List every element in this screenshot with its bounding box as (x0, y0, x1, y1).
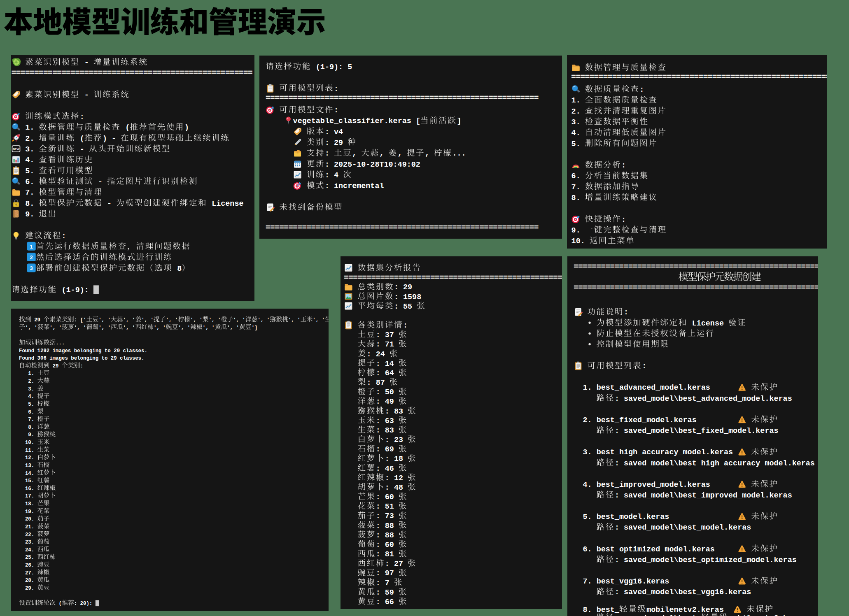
svg-text:', ': ', ' (209, 317, 221, 323)
svg-text:,: , (380, 149, 384, 158)
svg-text:21.: 21. (25, 524, 34, 530)
svg-text:', ': ', ' (141, 317, 154, 323)
svg-text:best_: best_ (597, 606, 620, 614)
svg-text:==============================: ========================================… (344, 274, 562, 282)
svg-text:', ': ', ' (49, 325, 62, 331)
svg-text:', ': ', ' (178, 325, 190, 331)
svg-text::: : (367, 350, 371, 359)
svg-text:2.: 2. (571, 107, 581, 116)
svg-text::: : (325, 149, 329, 158)
svg-text:License: License (692, 319, 724, 328)
svg-text::: : (394, 283, 399, 292)
svg-text:5.: 5. (28, 402, 34, 407)
svg-text::: : (615, 556, 619, 565)
svg-text::: : (334, 85, 338, 93)
svg-text::: : (376, 340, 380, 349)
svg-text::: : (615, 588, 619, 597)
svg-text:27.: 27. (25, 570, 34, 576)
svg-text::: : (642, 362, 646, 371)
svg-text:3: 3 (30, 265, 33, 271)
svg-text:3.: 3. (583, 448, 592, 457)
svg-text:', ': ', ' (190, 317, 203, 323)
svg-text:...: ... (56, 340, 65, 346)
svg-text::: : (376, 360, 380, 368)
svg-text:19.: 19. (25, 509, 34, 515)
svg-text:13.: 13. (25, 463, 34, 469)
svg-text:29.: 29. (25, 586, 34, 591)
svg-text:best_fixed_model.keras: best_fixed_model.keras (597, 416, 697, 425)
svg-text:7: 7 (385, 579, 390, 588)
svg-text:==============================: ========================================… (266, 94, 539, 102)
svg-text:27: 27 (394, 560, 403, 568)
svg-text::: : (376, 493, 380, 502)
svg-text:2: 2 (30, 254, 33, 260)
svg-text::: : (376, 331, 380, 339)
svg-text:==============================: ========================================… (266, 223, 539, 232)
svg-text:5.: 5. (583, 513, 592, 521)
svg-text:saved_model\best_high_accuracy: saved_model\best_high_accuracy_model.ker… (624, 459, 815, 468)
svg-text:saved_model\best_fixed_model.k: saved_model\best_fixed_model.keras (624, 427, 779, 435)
svg-text:7.: 7. (571, 183, 581, 192)
svg-text:97: 97 (385, 569, 394, 578)
svg-text:-: - (107, 200, 112, 208)
svg-text:16.: 16. (25, 486, 34, 492)
svg-text:18.: 18. (25, 501, 34, 507)
svg-text:28.: 28. (25, 578, 34, 583)
svg-text::: : (376, 541, 380, 549)
svg-text:]: ] (457, 117, 461, 126)
svg-text:', ': ', ' (258, 317, 270, 323)
svg-text::: : (385, 455, 390, 463)
svg-text::: : (624, 308, 628, 317)
svg-text:11.: 11. (25, 448, 34, 453)
svg-text:1: 1 (30, 244, 33, 250)
svg-text::: : (376, 588, 380, 597)
svg-text:29: 29 (34, 317, 40, 323)
svg-text:', ': ', ' (123, 317, 135, 323)
svg-text:saved_model\best_: saved_model\best_ (624, 614, 702, 616)
svg-text:88: 88 (385, 531, 394, 540)
svg-text::: : (376, 579, 380, 588)
svg-text:51: 51 (385, 502, 394, 511)
svg-text::: : (385, 474, 390, 483)
svg-text:55: 55 (403, 302, 412, 311)
svg-text:71: 71 (385, 340, 394, 349)
svg-text:(: ( (80, 135, 84, 143)
svg-text:9.: 9. (25, 210, 34, 219)
svg-text:37: 37 (385, 331, 394, 339)
svg-text::: : (62, 232, 66, 241)
svg-text:[: [ (416, 117, 420, 126)
svg-text::: : (376, 569, 380, 578)
svg-text:', ': ', ' (313, 317, 325, 323)
svg-text::: : (325, 182, 329, 191)
svg-text:', ': ', ' (203, 325, 215, 331)
svg-text::: : (325, 171, 329, 180)
svg-text:v4: v4 (334, 128, 343, 137)
svg-text:8.: 8. (583, 606, 592, 614)
svg-text:64: 64 (385, 369, 394, 378)
svg-text:']: '] (252, 325, 258, 331)
svg-text:,: , (352, 149, 357, 158)
svg-text:60: 60 (385, 541, 394, 549)
svg-text:saved_model\best_advanced_mode: saved_model\best_advanced_model.keras (624, 395, 792, 403)
svg-text:): ) (103, 135, 107, 143)
svg-text:,: , (398, 149, 402, 158)
svg-text:1.: 1. (571, 96, 581, 105)
svg-text:46: 46 (385, 465, 394, 473)
svg-text:-: - (84, 91, 89, 100)
svg-text:2.: 2. (25, 135, 34, 143)
svg-text:29: 29 (334, 139, 343, 147)
svg-text::: : (385, 436, 390, 444)
svg-text:29: 29 (53, 363, 59, 369)
svg-text:81: 81 (385, 550, 394, 559)
svg-text:-: - (98, 178, 103, 186)
svg-text::: : (367, 379, 371, 387)
svg-text:mobilenetv2.keras: mobilenetv2.keras (728, 614, 806, 616)
svg-text::: : (385, 407, 390, 416)
svg-text:10.: 10. (25, 440, 34, 446)
svg-text:2.: 2. (28, 379, 34, 384)
svg-text:25.: 25. (25, 555, 34, 560)
svg-text::: : (334, 106, 338, 115)
svg-text:4.: 4. (583, 481, 592, 489)
svg-text::: : (376, 531, 380, 540)
svg-text:24: 24 (376, 350, 385, 359)
